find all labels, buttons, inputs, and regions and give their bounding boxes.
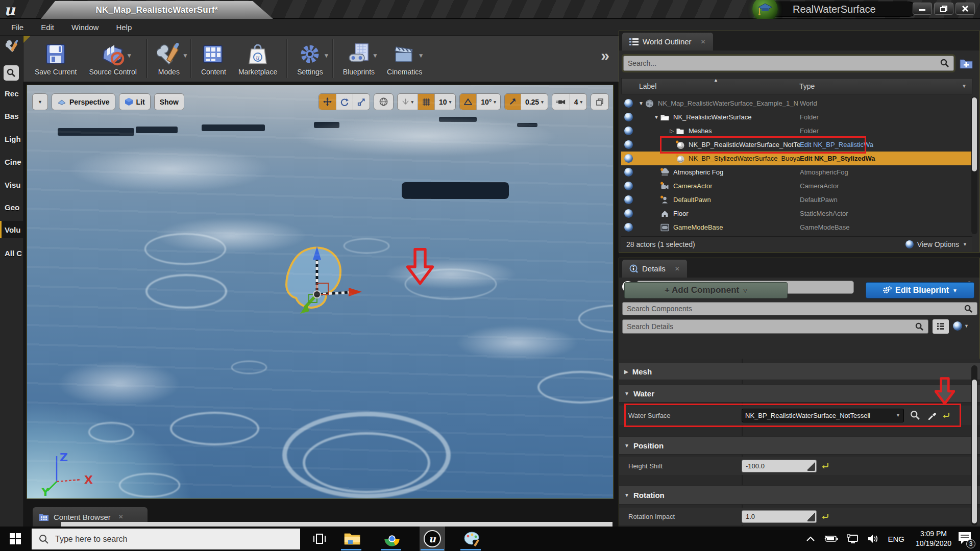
clock[interactable]: 3:09 PM 10/19/2020	[916, 529, 951, 548]
height-shift-input[interactable]: -100.0	[742, 460, 817, 472]
visibility-eye-icon[interactable]	[624, 113, 633, 121]
toolbar-button-source-control[interactable]: ▼ Source Control	[83, 37, 142, 80]
taskbar-search-input[interactable]: Type here to search	[32, 529, 300, 549]
outliner-row-floor[interactable]: Floor StaticMeshActor	[621, 207, 972, 220]
outliner-row-nk-realisticwatersurface[interactable]: ▼ NK_RealisticWaterSurface Folder	[621, 110, 972, 124]
details-scrollbar[interactable]	[971, 365, 977, 525]
taskbar-chrome-icon[interactable]	[383, 530, 401, 548]
minimize-button[interactable]	[913, 3, 932, 15]
outliner-row-atmospheric-fog[interactable]: Atmospheric Fog AtmosphericFog	[621, 165, 972, 179]
speaker-icon[interactable]	[867, 534, 878, 543]
modes-category-volu[interactable]: Volu	[0, 221, 23, 238]
column-type[interactable]: Type	[799, 82, 815, 90]
visibility-eye-icon[interactable]	[624, 140, 633, 149]
menu-item-help[interactable]: Help	[116, 23, 132, 32]
menu-item-window[interactable]: Window	[71, 23, 99, 32]
content-browser-close-icon[interactable]: ✕	[118, 513, 124, 520]
task-view-button[interactable]	[310, 530, 329, 548]
display-filter-button[interactable]	[933, 319, 949, 334]
visibility-eye-icon[interactable]	[624, 209, 633, 218]
details-close-icon[interactable]: ✕	[675, 265, 680, 272]
camera-speed-value[interactable]: 4▾	[570, 94, 586, 110]
toolbar-button-settings[interactable]: ▼ Settings	[291, 37, 329, 80]
show-menu-button[interactable]: Show	[154, 93, 184, 110]
tab-world-outliner[interactable]: World Outliner ✕	[622, 33, 713, 51]
network-icon[interactable]	[847, 534, 859, 543]
sort-asc-icon[interactable]: ▲	[714, 78, 718, 83]
tray-chevron-icon[interactable]	[806, 536, 815, 542]
grid-snap-value[interactable]: 10▾	[434, 94, 455, 110]
outliner-row-gamemodebase[interactable]: GameModeBase GameModeBase	[621, 220, 972, 234]
outliner-row-meshes[interactable]: ▷ Meshes Folder	[621, 124, 972, 138]
rotation-impact-input[interactable]: 1.0	[742, 510, 817, 523]
outliner-scrollbar[interactable]	[971, 96, 977, 234]
toolbar-button-modes[interactable]: ▼ Modes	[151, 37, 187, 80]
gizmo-y-arrow[interactable]	[300, 304, 309, 314]
visibility-eye-icon[interactable]	[624, 195, 633, 204]
modes-search-icon[interactable]	[4, 65, 19, 81]
toolbar-button-marketplace[interactable]: u Marketplace	[232, 37, 283, 80]
rotate-tool-button[interactable]	[336, 94, 353, 110]
gizmo-z-arrow[interactable]	[313, 246, 321, 260]
chevron-down-icon[interactable]: ▼	[182, 52, 188, 59]
scale-snap-toggle[interactable]	[505, 94, 521, 110]
toolbar-overflow-chevron[interactable]: »	[601, 47, 609, 64]
expand-arrow-icon[interactable]: ▼	[638, 101, 645, 106]
reset-icon[interactable]	[822, 462, 829, 469]
world-space-button[interactable]	[374, 93, 394, 110]
row-type[interactable]: Edit NK_BP_StylizedWa	[800, 155, 972, 162]
modes-category-ligh[interactable]: Ligh	[0, 130, 23, 147]
add-folder-icon[interactable]	[959, 57, 973, 72]
view-options-button[interactable]: View Options ▼	[905, 240, 967, 248]
toolbar-button-content[interactable]: Content	[195, 37, 232, 80]
column-label[interactable]: Label	[639, 82, 656, 90]
close-button[interactable]	[955, 3, 975, 15]
surface-snap-button[interactable]: ▾	[398, 94, 418, 110]
modes-category-bas[interactable]: Bas	[0, 107, 23, 124]
outliner-close-icon[interactable]: ✕	[701, 38, 706, 45]
menu-item-file[interactable]: File	[11, 23, 23, 32]
perspective-button[interactable]: Perspective	[52, 93, 115, 110]
chevron-down-icon[interactable]: ▼	[372, 52, 378, 59]
modes-category-visu[interactable]: Visu	[0, 176, 23, 193]
visibility-eye-icon[interactable]	[624, 154, 633, 163]
battery-icon[interactable]	[824, 535, 839, 543]
visibility-eye-icon[interactable]	[624, 127, 633, 135]
modes-category-cine[interactable]: Cine	[0, 153, 23, 170]
value-spinner-icon[interactable]	[807, 461, 815, 471]
angle-snap-value[interactable]: 10°▾	[476, 94, 500, 110]
section-water[interactable]: ▼Water	[619, 384, 980, 403]
transform-gizmo[interactable]	[272, 243, 379, 325]
reset-icon[interactable]	[822, 513, 829, 520]
scale-tool-button[interactable]	[353, 94, 370, 110]
section-rotation[interactable]: ▼Rotation	[619, 485, 980, 505]
tab-details[interactable]: Details ✕	[622, 260, 687, 278]
restore-button[interactable]	[934, 3, 953, 15]
maximize-viewport-button[interactable]	[591, 93, 609, 110]
move-tool-button[interactable]	[319, 94, 336, 110]
visibility-eye-icon[interactable]	[624, 99, 633, 108]
angle-snap-toggle[interactable]	[460, 94, 476, 110]
chevron-down-icon[interactable]: ▼	[324, 52, 330, 59]
outliner-row-nk-map-realisticwatersurface-example-1-n[interactable]: ▼ NK_Map_RealisticWaterSurface_Example_1…	[621, 96, 972, 110]
search-details-input[interactable]: Search Details	[622, 319, 928, 334]
outliner-search-input[interactable]: Search...	[623, 56, 954, 71]
add-component-button[interactable]: + Add Component▽	[624, 282, 788, 298]
value-spinner-icon[interactable]	[807, 512, 815, 521]
lit-mode-button[interactable]: Lit	[119, 93, 151, 110]
menu-item-edit[interactable]: Edit	[41, 23, 54, 32]
camera-speed-button[interactable]	[552, 94, 570, 110]
search-components-input[interactable]: Search Components	[622, 302, 977, 315]
outliner-row-defaultpawn[interactable]: DefaultPawn DefaultPawn	[621, 193, 972, 207]
visibility-eye-icon[interactable]	[624, 182, 633, 190]
viewport-options-button[interactable]: ▼	[32, 93, 48, 110]
modes-category-all-c[interactable]: All C	[0, 244, 23, 262]
modes-category-geo[interactable]: Geo	[0, 198, 23, 216]
taskbar-paint3d-icon[interactable]	[462, 530, 481, 548]
level-tab[interactable]: NK_Map_RealisticWaterSurf*	[41, 1, 273, 19]
visibility-eye-icon[interactable]	[624, 168, 633, 177]
taskbar-file-explorer-icon[interactable]	[343, 530, 361, 548]
section-mesh[interactable]: ▶Mesh	[619, 363, 980, 380]
start-button[interactable]	[6, 530, 24, 548]
notification-center-button[interactable]: 3	[958, 531, 972, 546]
